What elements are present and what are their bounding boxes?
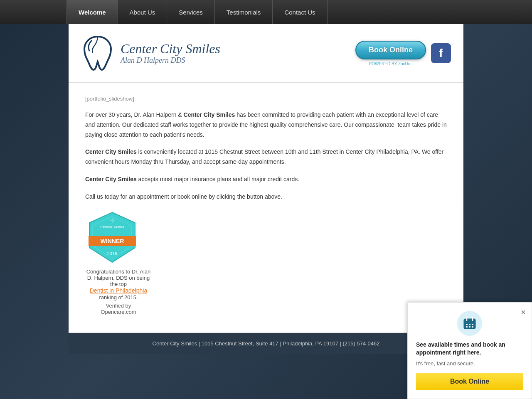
booking-popup: × See available times and book an appoin… — [407, 302, 532, 399]
nav-testimonials[interactable]: Testimonials — [215, 0, 273, 24]
navigation: Welcome About Us Services Testimonials C… — [0, 0, 532, 24]
paragraph-1: For over 30 years, Dr. Alan Halpern & Ce… — [85, 110, 447, 140]
book-online-button[interactable]: Book Online — [355, 41, 426, 59]
footer-text: Center City Smiles | 1015 Chestnut Stree… — [153, 340, 380, 347]
svg-rect-16 — [472, 326, 473, 328]
site-footer: Center City Smiles | 1015 Chestnut Stree… — [69, 333, 463, 354]
nav-welcome[interactable]: Welcome — [66, 0, 118, 24]
nav-services[interactable]: Services — [167, 0, 215, 24]
site-header: Center City Smiles Alan D Halpern DDS Bo… — [69, 24, 463, 83]
popup-calendar-icon — [457, 311, 482, 336]
main-content: [portfolio_slideshow] For over 30 years,… — [69, 83, 463, 332]
logo-area: Center City Smiles Alan D Halpern DDS — [81, 32, 220, 74]
popup-subtitle: It's free, fast and secure. — [416, 360, 523, 367]
svg-text:2016: 2016 — [107, 251, 117, 256]
logo-icon — [81, 32, 114, 74]
svg-rect-11 — [466, 324, 468, 325]
svg-text:WINNER: WINNER — [101, 238, 124, 244]
portfolio-placeholder: [portfolio_slideshow] — [85, 96, 447, 102]
award-caption: Congratulations to Dr. Alan D. Halpern, … — [85, 268, 152, 315]
header-right: Book Online POWERED BY ZocDoc f — [355, 41, 451, 66]
nav-about[interactable]: About Us — [118, 0, 167, 24]
logo-title: Center City Smiles — [121, 42, 220, 56]
popup-book-button[interactable]: Book Online — [416, 373, 523, 390]
svg-rect-14 — [466, 326, 468, 328]
logo-text: Center City Smiles Alan D Halpern DDS — [121, 42, 220, 65]
svg-text:Patients' Choice: Patients' Choice — [100, 225, 124, 229]
popup-title: See available times and book an appointm… — [416, 341, 523, 357]
svg-rect-13 — [472, 324, 473, 325]
dentist-link[interactable]: Dentist in Philadelphia — [90, 287, 148, 294]
paragraph-2: Center City Smiles is conveniently locat… — [85, 147, 447, 167]
calendar-icon — [463, 317, 476, 330]
award-badge: Patients' Choice WINNER 2016 ✚ — [85, 210, 139, 264]
logo-subtitle: Alan D Halpern DDS — [121, 56, 220, 65]
paragraph-3: Center City Smiles accepts most major in… — [85, 175, 447, 185]
award-section: Patients' Choice WINNER 2016 ✚ Congratul… — [85, 210, 447, 315]
svg-text:✚: ✚ — [110, 217, 115, 224]
powered-by-label: POWERED BY ZocDoc — [369, 62, 413, 66]
facebook-icon[interactable]: f — [431, 43, 451, 63]
svg-rect-15 — [469, 326, 470, 328]
paragraph-4: Call us today for an appointment or book… — [85, 192, 447, 202]
nav-contact[interactable]: Contact Us — [273, 0, 327, 24]
svg-rect-12 — [469, 324, 470, 325]
svg-rect-8 — [464, 319, 475, 322]
popup-close-button[interactable]: × — [521, 308, 526, 317]
